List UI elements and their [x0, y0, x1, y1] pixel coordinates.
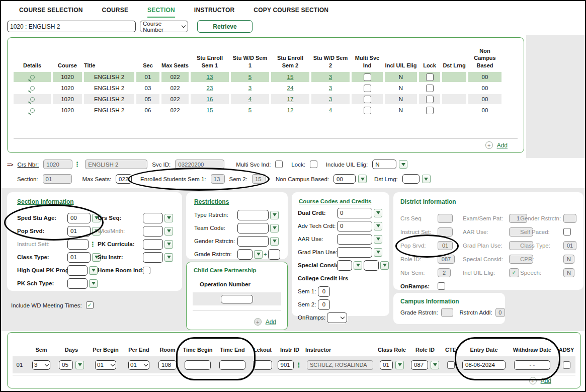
wd-sem2-link[interactable]: 3: [329, 74, 332, 80]
sem-select[interactable]: 3: [32, 360, 50, 370]
per-end-select[interactable]: 01: [128, 360, 149, 370]
entry-date-field[interactable]: 08-06-2024: [462, 360, 506, 370]
lock-checkbox[interactable]: [426, 107, 434, 114]
cch-sem1-field[interactable]: 0: [318, 286, 330, 297]
multi-svc-ind-checkbox[interactable]: [275, 161, 283, 168]
room-field[interactable]: 108: [158, 360, 177, 370]
dual-crdt-dropdown-button[interactable]: [374, 209, 382, 217]
enroll-sem2-link[interactable]: 24: [287, 85, 294, 91]
aar-use-dropdown-button[interactable]: [374, 235, 382, 244]
team-code-field[interactable]: [237, 223, 269, 233]
adv-tech-field[interactable]: 0: [337, 221, 372, 231]
meeting-add-link[interactable]: Add: [541, 377, 551, 384]
adv-tech-dropdown-button[interactable]: [374, 222, 382, 230]
instr-id-picker-icon[interactable]: ⋮: [296, 362, 302, 368]
special-consid-field-1[interactable]: [337, 260, 352, 271]
grad-plan-dropdown-button[interactable]: [374, 248, 382, 257]
enroll-sem2-link[interactable]: 12: [287, 107, 294, 113]
lock-checkbox[interactable]: [426, 96, 434, 103]
wd-sem2-link[interactable]: 3: [329, 85, 332, 91]
tab-copy-course-section[interactable]: COPY COURSE SECTION: [254, 7, 328, 18]
pk-curricula-dropdown-button[interactable]: [164, 240, 173, 249]
grade-rstrctn-dropdown-button[interactable]: [254, 250, 263, 259]
home-room-checkbox[interactable]: [143, 267, 150, 274]
crs-seq-dropdown-button[interactable]: [164, 214, 173, 222]
details-button[interactable]: [14, 83, 51, 93]
include-uil-dropdown-button[interactable]: [399, 160, 407, 169]
gender-rstrctn-dropdown-button[interactable]: [270, 237, 279, 246]
pk-curricula-field[interactable]: [143, 239, 163, 250]
role-id-field[interactable]: 087: [411, 360, 428, 370]
include-wd-checkbox[interactable]: [86, 301, 94, 309]
time-end-field[interactable]: [219, 360, 245, 370]
non-campus-field[interactable]: 00: [333, 174, 356, 184]
dst-lrng-field[interactable]: [402, 174, 420, 184]
instruct-sett-picker-icon[interactable]: ⋮: [90, 241, 96, 248]
lock-checkbox[interactable]: [310, 161, 317, 168]
wd-sem2-link[interactable]: 4: [329, 107, 332, 113]
per-begin-select[interactable]: 01: [95, 360, 116, 370]
special-consid-field-2[interactable]: [364, 260, 379, 271]
enroll-sem2-link[interactable]: 15: [287, 74, 294, 80]
search-filter-select[interactable]: Course Number: [140, 21, 188, 32]
sped-stu-age-field[interactable]: 00: [67, 213, 91, 223]
wd-sem1-link[interactable]: 4: [248, 96, 252, 102]
instr-id-field[interactable]: 901: [278, 360, 294, 370]
add-plus-icon[interactable]: +: [485, 141, 493, 149]
lckout-field[interactable]: [253, 360, 272, 370]
enroll-sem2-link[interactable]: 17: [287, 96, 294, 102]
onramps-select[interactable]: [327, 312, 347, 323]
lock-checkbox[interactable]: [426, 73, 434, 81]
wks-mnth-field[interactable]: [143, 226, 163, 237]
pk-sch-type-field[interactable]: [67, 278, 88, 289]
tab-course[interactable]: COURSE: [102, 7, 129, 18]
class-role-dropdown-button[interactable]: [395, 361, 404, 369]
crs-seq-field[interactable]: [143, 213, 163, 223]
max-seats-field[interactable]: 022: [116, 174, 132, 184]
crs-nbr-picker-icon[interactable]: ⋮: [74, 161, 80, 168]
class-type-field[interactable]: 01: [67, 252, 91, 263]
enroll-sem1-link[interactable]: 23: [207, 85, 213, 91]
days-dropdown-button[interactable]: [75, 361, 84, 369]
team-code-dropdown-button[interactable]: [270, 224, 279, 232]
multi-svc-checkbox[interactable]: [364, 73, 371, 81]
dist-self-paced-checkbox[interactable]: [563, 228, 571, 236]
grade-rstrctn-field[interactable]: [237, 249, 253, 260]
special-consid-dropdown-1[interactable]: [354, 261, 362, 270]
cte-checkbox[interactable]: [447, 361, 455, 369]
class-role-field[interactable]: 01: [380, 360, 393, 370]
adsy-checkbox[interactable]: [563, 361, 570, 369]
enroll-sem1-link[interactable]: 13: [207, 74, 213, 80]
include-uil-field[interactable]: N: [372, 160, 396, 169]
days-field[interactable]: 05: [59, 360, 73, 370]
operation-number-field[interactable]: [221, 295, 253, 303]
tab-course-selection[interactable]: COURSE SELECTION: [19, 7, 83, 18]
pop-srvd-field[interactable]: 01: [67, 226, 91, 237]
dst-lrng-dropdown-button[interactable]: [422, 175, 431, 183]
time-begin-field[interactable]: [185, 360, 211, 370]
tab-section[interactable]: SECTION: [147, 7, 175, 18]
gender-rstrctn-field[interactable]: [237, 236, 269, 247]
details-button[interactable]: [14, 105, 51, 115]
instruct-sett-field[interactable]: [67, 239, 89, 250]
cch-sem2-field[interactable]: 0: [318, 299, 330, 310]
enroll-sem1-link[interactable]: 16: [207, 96, 213, 102]
wks-mnth-dropdown-button[interactable]: [164, 227, 173, 236]
multi-svc-checkbox[interactable]: [364, 96, 371, 103]
wd-sem2-link[interactable]: 3: [329, 96, 332, 102]
stu-instr-dropdown-button[interactable]: [164, 253, 173, 262]
course-search-input[interactable]: 1020 : ENGLISH 2: [7, 21, 136, 32]
retrieve-button[interactable]: Retrieve: [197, 20, 253, 33]
type-rstrctn-dropdown-button[interactable]: [270, 211, 279, 219]
dual-crdt-field[interactable]: 0: [337, 208, 372, 218]
wd-sem1-link[interactable]: 3: [248, 85, 252, 91]
child-care-add-link[interactable]: Add: [266, 319, 276, 326]
add-plus-icon[interactable]: +: [254, 318, 262, 326]
dist-onramps-checkbox[interactable]: [438, 282, 445, 290]
details-button[interactable]: [14, 72, 51, 82]
stu-instr-field[interactable]: [143, 252, 163, 263]
grid-add-link[interactable]: Add: [497, 142, 508, 149]
wd-sem1-link[interactable]: 5: [248, 107, 252, 113]
tab-instructor[interactable]: INSTRUCTOR: [194, 7, 234, 18]
details-button[interactable]: [14, 94, 51, 104]
